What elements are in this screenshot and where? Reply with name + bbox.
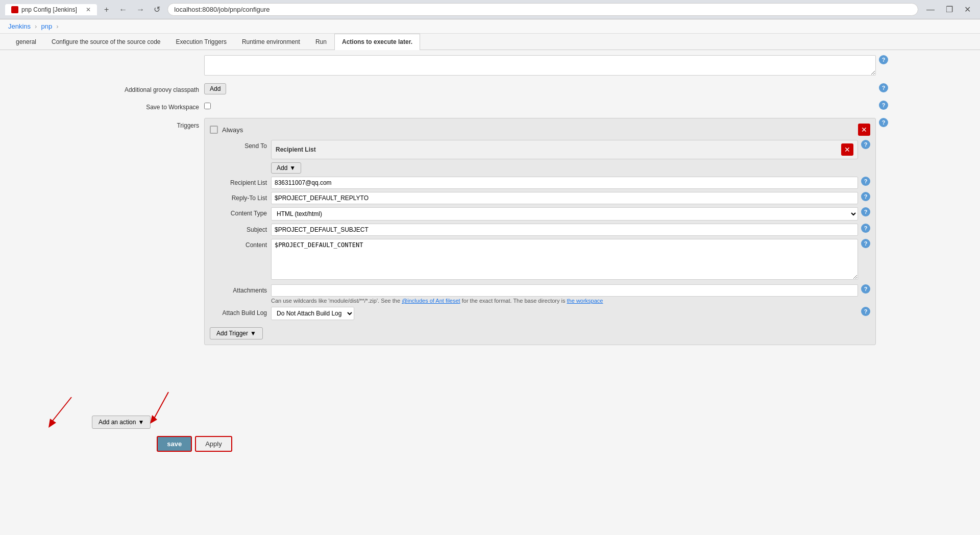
config-tabs: general Configure the source of the sour… (0, 34, 980, 50)
tab-favicon (11, 6, 18, 13)
reply-to-row: Reply-To List ? (210, 192, 870, 204)
groovy-classpath-row: Additional groovy classpath Add ? (92, 83, 888, 96)
reply-to-help-icon[interactable]: ? (861, 192, 870, 201)
tab-execution-triggers[interactable]: Execution Triggers (168, 34, 234, 50)
recipient-list-field-control (271, 177, 858, 189)
always-label: Always (210, 126, 243, 134)
recipient-list-field-label: Recipient List (210, 177, 271, 186)
subject-row: Subject ? (210, 224, 870, 236)
attachments-info: Can use wildcards like 'module/dist/**/*… (271, 298, 858, 304)
nav-jenkins[interactable]: Jenkins (8, 22, 31, 30)
content-type-label: Content Type (210, 207, 271, 217)
send-to-control: Recipient List ✕ Add ▼ (271, 140, 858, 174)
triggers-label: Triggers (92, 118, 204, 132)
attachments-help-icon[interactable]: ? (861, 284, 870, 294)
ant-fileset-link[interactable]: @includes of Ant fileset (402, 298, 460, 304)
browser-tab[interactable]: pnp Config [Jenkins] ✕ (5, 4, 97, 15)
content-type-row: Content Type HTML (text/html) Plain Text… (210, 207, 870, 221)
minimize-btn[interactable]: — (922, 4, 939, 15)
url-text: localhost:8080/job/pnp/configure (174, 6, 912, 13)
save-btn[interactable]: save (157, 436, 192, 452)
svg-marker-1 (48, 419, 56, 428)
attachments-info-text: Can use wildcards like 'module/dist/**/*… (271, 298, 400, 304)
reply-to-input[interactable] (271, 192, 858, 204)
add-trigger-label: Add Trigger (216, 330, 248, 337)
content-help-icon[interactable]: ? (861, 239, 870, 248)
recipient-list-title: Recipient List (276, 146, 316, 153)
tab-configure-source[interactable]: Configure the source of the source code (44, 34, 168, 50)
nav-pnp[interactable]: pnp (41, 22, 52, 30)
svg-marker-3 (150, 415, 157, 424)
tab-title: pnp Config [Jenkins] (21, 6, 77, 13)
always-close-icon: ✕ (861, 126, 867, 134)
jenkins-breadcrumb: Jenkins › pnp › (0, 19, 980, 34)
forward-btn[interactable]: → (133, 4, 148, 15)
send-to-row: Send To Recipient List ✕ Add ▼ (210, 140, 870, 174)
content-type-help-icon[interactable]: ? (861, 207, 870, 216)
workspace-link[interactable]: the workspace (567, 298, 603, 304)
tab-actions-execute-later[interactable]: Actions to execute later. (334, 34, 420, 50)
subject-help-icon[interactable]: ? (861, 224, 870, 233)
add-trigger-btn[interactable]: Add Trigger ▼ (210, 327, 263, 339)
recipient-close-btn[interactable]: ✕ (841, 143, 853, 156)
arrow-apply-svg (128, 387, 189, 428)
content-type-select[interactable]: HTML (text/html) Plain Text (text/plain)… (271, 207, 858, 221)
svg-line-2 (153, 392, 168, 420)
tab-run[interactable]: Run (308, 34, 334, 50)
always-close-btn[interactable]: ✕ (858, 124, 870, 136)
add-trigger-arrow: ▼ (250, 330, 256, 337)
reload-btn[interactable]: ↺ (151, 4, 163, 15)
svg-line-0 (51, 397, 71, 423)
bottom-actions-area: Add an action ▼ save Apply (0, 407, 980, 460)
send-to-help-icon[interactable]: ? (861, 140, 870, 149)
back-btn[interactable]: ← (116, 4, 130, 15)
attachments-label: Attachments (210, 284, 271, 294)
groovy-add-btn[interactable]: Add (204, 83, 226, 94)
close-window-btn[interactable]: ✕ (960, 4, 975, 15)
triggers-help-icon[interactable]: ? (879, 118, 888, 127)
top-textarea-row: ? (92, 55, 888, 79)
top-help-icon[interactable]: ? (879, 55, 888, 64)
content-row: Content ? (210, 239, 870, 281)
recipient-list-help-icon[interactable]: ? (861, 177, 870, 186)
tab-close-btn[interactable]: ✕ (86, 6, 91, 13)
save-workspace-row: Save to Workspace ? (92, 101, 888, 114)
address-bar[interactable]: localhost:8080/job/pnp/configure (167, 3, 918, 16)
triggers-row: Triggers Always ✕ Send To R (92, 118, 888, 349)
reply-to-control (271, 192, 858, 204)
attach-build-log-label: Attach Build Log (210, 307, 271, 317)
groovy-help-icon[interactable]: ? (879, 83, 888, 92)
content-textarea[interactable] (271, 239, 858, 280)
empty-label (92, 55, 204, 61)
apply-btn[interactable]: Apply (195, 436, 232, 452)
nav-sep-1: › (35, 22, 37, 30)
main-content: ? Additional groovy classpath Add ? Save… (0, 50, 980, 407)
attachments-input[interactable] (271, 284, 858, 297)
attachments-row: Attachments Can use wildcards like 'modu… (210, 284, 870, 304)
tab-general[interactable]: general (8, 34, 44, 50)
subject-label: Subject (210, 224, 271, 233)
attach-build-log-control: Do Not Attach Build Log Attach Build Log… (271, 307, 858, 320)
add-btn-arrow: ▼ (289, 164, 296, 172)
top-textarea[interactable] (204, 55, 876, 76)
attachments-control: Can use wildcards like 'module/dist/**/*… (271, 284, 858, 304)
save-workspace-help-icon[interactable]: ? (879, 101, 888, 110)
new-tab-btn[interactable]: + (101, 4, 112, 15)
attach-build-log-help-icon[interactable]: ? (861, 307, 870, 316)
attach-build-log-row: Attach Build Log Do Not Attach Build Log… (210, 307, 870, 320)
recipient-list-box: Recipient List ✕ (271, 140, 858, 159)
content-control (271, 239, 858, 281)
triggers-section-box: Always ✕ Send To Recipient List ✕ (204, 118, 876, 345)
save-workspace-checkbox[interactable] (204, 103, 211, 109)
groovy-classpath-label: Additional groovy classpath (92, 83, 204, 96)
recipient-list-row: Recipient List ? (210, 177, 870, 189)
content-label: Content (210, 239, 271, 249)
send-to-add-btn[interactable]: Add ▼ (271, 162, 301, 174)
recipient-list-input[interactable] (271, 177, 858, 189)
restore-btn[interactable]: ❐ (942, 4, 957, 15)
tab-runtime-environment[interactable]: Runtime environment (234, 34, 308, 50)
always-header: Always ✕ (210, 124, 870, 136)
subject-input[interactable] (271, 224, 858, 236)
action-buttons: save Apply (157, 436, 232, 452)
attach-build-log-select[interactable]: Do Not Attach Build Log Attach Build Log… (271, 307, 354, 320)
